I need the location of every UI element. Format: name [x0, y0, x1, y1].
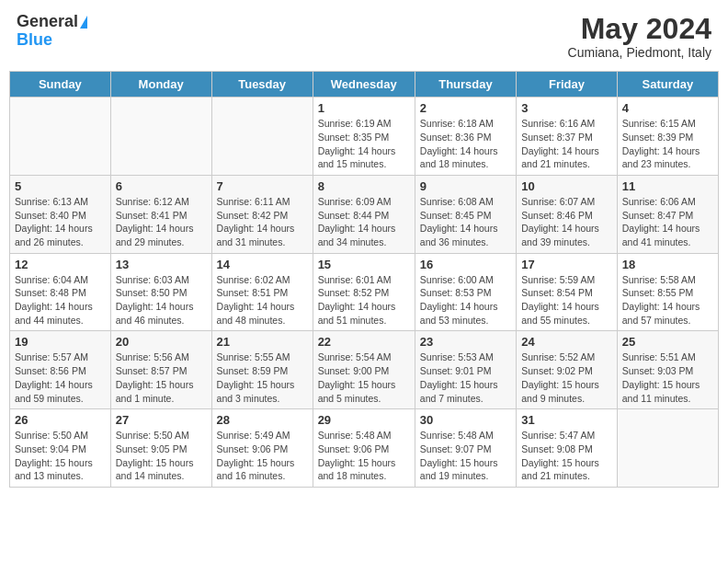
- calendar-cell: 17Sunrise: 5:59 AM Sunset: 8:54 PM Dayli…: [517, 253, 618, 331]
- day-info: Sunrise: 5:54 AM Sunset: 9:00 PM Dayligh…: [318, 350, 410, 405]
- day-number: 4: [622, 101, 713, 115]
- calendar-cell: 4Sunrise: 6:15 AM Sunset: 8:39 PM Daylig…: [617, 98, 718, 176]
- day-info: Sunrise: 5:47 AM Sunset: 9:08 PM Dayligh…: [521, 429, 612, 483]
- calendar-cell: 28Sunrise: 5:49 AM Sunset: 9:06 PM Dayli…: [211, 409, 313, 488]
- day-number: 26: [15, 413, 106, 427]
- calendar-cell: 31Sunrise: 5:47 AM Sunset: 9:08 PM Dayli…: [517, 409, 618, 488]
- column-header-friday: Friday: [517, 72, 618, 98]
- calendar-cell: 21Sunrise: 5:55 AM Sunset: 8:59 PM Dayli…: [211, 331, 313, 409]
- day-number: 24: [521, 335, 612, 349]
- day-info: Sunrise: 5:51 AM Sunset: 9:03 PM Dayligh…: [622, 350, 713, 405]
- calendar-cell: 12Sunrise: 6:04 AM Sunset: 8:48 PM Dayli…: [10, 253, 111, 331]
- day-number: 22: [318, 335, 410, 349]
- day-info: Sunrise: 6:13 AM Sunset: 8:40 PM Dayligh…: [15, 195, 106, 249]
- day-info: Sunrise: 5:50 AM Sunset: 9:05 PM Dayligh…: [116, 429, 207, 483]
- day-info: Sunrise: 6:04 AM Sunset: 8:48 PM Dayligh…: [15, 273, 106, 327]
- calendar-header-row: SundayMondayTuesdayWednesdayThursdayFrid…: [10, 72, 719, 98]
- day-info: Sunrise: 6:19 AM Sunset: 8:35 PM Dayligh…: [318, 117, 410, 171]
- day-number: 12: [15, 258, 106, 271]
- calendar-cell: 23Sunrise: 5:53 AM Sunset: 9:01 PM Dayli…: [415, 331, 516, 409]
- calendar-cell: 6Sunrise: 6:12 AM Sunset: 8:41 PM Daylig…: [110, 175, 211, 253]
- calendar-cell: 8Sunrise: 6:09 AM Sunset: 8:44 PM Daylig…: [313, 175, 415, 253]
- calendar-cell: 11Sunrise: 6:06 AM Sunset: 8:47 PM Dayli…: [617, 175, 718, 253]
- calendar-cell: 9Sunrise: 6:08 AM Sunset: 8:45 PM Daylig…: [415, 175, 516, 253]
- day-number: 6: [116, 179, 207, 193]
- day-info: Sunrise: 6:00 AM Sunset: 8:53 PM Dayligh…: [420, 273, 511, 327]
- column-header-thursday: Thursday: [415, 72, 516, 98]
- calendar-cell: 10Sunrise: 6:07 AM Sunset: 8:46 PM Dayli…: [517, 175, 618, 253]
- month-title: May 2024: [568, 13, 711, 45]
- column-header-saturday: Saturday: [617, 72, 718, 98]
- day-info: Sunrise: 6:01 AM Sunset: 8:52 PM Dayligh…: [318, 273, 410, 327]
- day-info: Sunrise: 5:55 AM Sunset: 8:59 PM Dayligh…: [217, 350, 308, 405]
- day-info: Sunrise: 6:09 AM Sunset: 8:44 PM Dayligh…: [318, 195, 410, 249]
- calendar-cell: 13Sunrise: 6:03 AM Sunset: 8:50 PM Dayli…: [110, 253, 211, 331]
- day-number: 11: [622, 179, 713, 193]
- day-number: 8: [318, 179, 410, 193]
- day-number: 20: [116, 335, 207, 349]
- day-number: 5: [15, 179, 106, 193]
- calendar-cell: [211, 98, 313, 176]
- calendar-cell: 18Sunrise: 5:58 AM Sunset: 8:55 PM Dayli…: [617, 253, 718, 331]
- logo: General Blue: [17, 13, 87, 50]
- day-number: 1: [318, 101, 410, 115]
- location-text: Cumiana, Piedmont, Italy: [568, 45, 711, 60]
- calendar-week-row: 19Sunrise: 5:57 AM Sunset: 8:56 PM Dayli…: [10, 331, 719, 409]
- day-number: 28: [217, 413, 308, 427]
- day-info: Sunrise: 5:58 AM Sunset: 8:55 PM Dayligh…: [622, 273, 713, 327]
- calendar-cell: 5Sunrise: 6:13 AM Sunset: 8:40 PM Daylig…: [10, 175, 111, 253]
- day-info: Sunrise: 5:50 AM Sunset: 9:04 PM Dayligh…: [15, 429, 106, 483]
- calendar-cell: 26Sunrise: 5:50 AM Sunset: 9:04 PM Dayli…: [10, 409, 111, 488]
- day-info: Sunrise: 5:59 AM Sunset: 8:54 PM Dayligh…: [521, 273, 612, 327]
- logo-blue-text: Blue: [17, 31, 52, 50]
- calendar-cell: 30Sunrise: 5:48 AM Sunset: 9:07 PM Dayli…: [415, 409, 516, 488]
- day-info: Sunrise: 6:18 AM Sunset: 8:36 PM Dayligh…: [420, 117, 511, 171]
- day-number: 15: [318, 258, 410, 271]
- calendar-cell: 14Sunrise: 6:02 AM Sunset: 8:51 PM Dayli…: [211, 253, 313, 331]
- page-header: General Blue May 2024 Cumiana, Piedmont,…: [9, 9, 719, 63]
- calendar-week-row: 1Sunrise: 6:19 AM Sunset: 8:35 PM Daylig…: [10, 98, 719, 176]
- title-block: May 2024 Cumiana, Piedmont, Italy: [568, 13, 711, 60]
- column-header-wednesday: Wednesday: [313, 72, 415, 98]
- day-info: Sunrise: 6:02 AM Sunset: 8:51 PM Dayligh…: [217, 273, 308, 327]
- day-info: Sunrise: 6:11 AM Sunset: 8:42 PM Dayligh…: [217, 195, 308, 249]
- day-number: 21: [217, 335, 308, 349]
- day-info: Sunrise: 6:03 AM Sunset: 8:50 PM Dayligh…: [116, 273, 207, 327]
- calendar-cell: 7Sunrise: 6:11 AM Sunset: 8:42 PM Daylig…: [211, 175, 313, 253]
- day-number: 3: [521, 101, 612, 115]
- calendar-cell: 25Sunrise: 5:51 AM Sunset: 9:03 PM Dayli…: [617, 331, 718, 409]
- logo-icon: [80, 16, 87, 29]
- day-info: Sunrise: 6:06 AM Sunset: 8:47 PM Dayligh…: [622, 195, 713, 249]
- day-info: Sunrise: 5:48 AM Sunset: 9:07 PM Dayligh…: [420, 429, 511, 483]
- calendar-cell: 24Sunrise: 5:52 AM Sunset: 9:02 PM Dayli…: [517, 331, 618, 409]
- calendar-cell: 20Sunrise: 5:56 AM Sunset: 8:57 PM Dayli…: [110, 331, 211, 409]
- calendar-cell: 15Sunrise: 6:01 AM Sunset: 8:52 PM Dayli…: [313, 253, 415, 331]
- day-info: Sunrise: 5:56 AM Sunset: 8:57 PM Dayligh…: [116, 350, 207, 405]
- day-info: Sunrise: 5:57 AM Sunset: 8:56 PM Dayligh…: [15, 350, 106, 405]
- day-number: 29: [318, 413, 410, 427]
- day-number: 13: [116, 258, 207, 271]
- day-info: Sunrise: 6:08 AM Sunset: 8:45 PM Dayligh…: [420, 195, 511, 249]
- day-number: 7: [217, 179, 308, 193]
- column-header-sunday: Sunday: [10, 72, 111, 98]
- day-info: Sunrise: 6:12 AM Sunset: 8:41 PM Dayligh…: [116, 195, 207, 249]
- day-number: 31: [521, 413, 612, 427]
- calendar-cell: [617, 409, 718, 488]
- day-number: 25: [622, 335, 713, 349]
- day-number: 23: [420, 335, 511, 349]
- calendar-cell: 2Sunrise: 6:18 AM Sunset: 8:36 PM Daylig…: [415, 98, 516, 176]
- day-info: Sunrise: 6:16 AM Sunset: 8:37 PM Dayligh…: [521, 117, 612, 171]
- calendar-cell: 3Sunrise: 6:16 AM Sunset: 8:37 PM Daylig…: [517, 98, 618, 176]
- calendar-cell: [110, 98, 211, 176]
- logo-general-text: General: [17, 13, 78, 31]
- day-info: Sunrise: 5:49 AM Sunset: 9:06 PM Dayligh…: [217, 429, 308, 483]
- day-number: 9: [420, 179, 511, 193]
- day-number: 18: [622, 258, 713, 271]
- day-info: Sunrise: 5:48 AM Sunset: 9:06 PM Dayligh…: [318, 429, 410, 483]
- day-info: Sunrise: 5:52 AM Sunset: 9:02 PM Dayligh…: [521, 350, 612, 405]
- day-number: 17: [521, 258, 612, 271]
- calendar-cell: 22Sunrise: 5:54 AM Sunset: 9:00 PM Dayli…: [313, 331, 415, 409]
- calendar-cell: 29Sunrise: 5:48 AM Sunset: 9:06 PM Dayli…: [313, 409, 415, 488]
- calendar-cell: [10, 98, 111, 176]
- day-number: 19: [15, 335, 106, 349]
